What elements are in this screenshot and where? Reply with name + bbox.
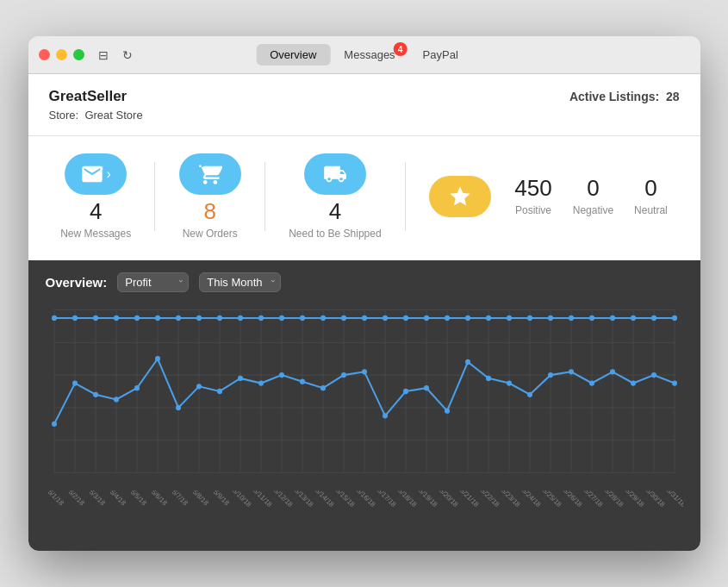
svg-point-61 xyxy=(527,392,532,397)
svg-point-47 xyxy=(238,376,243,381)
svg-point-40 xyxy=(93,392,98,397)
tab-paypal[interactable]: PayPal xyxy=(409,44,472,66)
svg-point-60 xyxy=(507,380,512,385)
svg-point-51 xyxy=(320,385,326,390)
star-icon xyxy=(448,184,472,209)
svg-text:5/26/18: 5/26/18 xyxy=(562,490,584,509)
svg-text:5/7/18: 5/7/18 xyxy=(170,490,189,508)
header-section: GreatSeller Active Listings: 28 Store: G… xyxy=(28,74,700,136)
svg-text:5/4/18: 5/4/18 xyxy=(108,490,127,508)
svg-point-68 xyxy=(672,380,677,385)
maximize-button[interactable] xyxy=(73,49,84,60)
negative-count: 0 xyxy=(587,177,599,199)
content-area: GreatSeller Active Listings: 28 Store: G… xyxy=(28,74,700,551)
metrics-section: › 4 New Messages 8 New Orders xyxy=(28,136,700,260)
svg-text:5/8/18: 5/8/18 xyxy=(190,490,209,508)
svg-point-43 xyxy=(155,356,160,361)
svg-text:5/19/18: 5/19/18 xyxy=(417,490,439,509)
svg-point-97 xyxy=(631,315,636,321)
svg-point-52 xyxy=(341,372,346,378)
svg-point-41 xyxy=(114,397,119,402)
metric-positive: 450 Positive xyxy=(514,177,551,216)
svg-point-59 xyxy=(486,376,491,381)
metric-new-orders[interactable]: 8 New Orders xyxy=(179,153,241,240)
seller-name: GreatSeller xyxy=(49,88,128,105)
svg-text:5/1/18: 5/1/18 xyxy=(46,490,65,508)
tab-messages-label: Messages xyxy=(344,48,395,61)
envelope-icon xyxy=(80,162,104,186)
svg-text:5/22/18: 5/22/18 xyxy=(479,490,501,509)
svg-point-96 xyxy=(610,315,615,321)
shipping-icon-bg xyxy=(304,153,366,195)
svg-point-92 xyxy=(527,315,532,321)
positive-count: 450 xyxy=(514,177,551,199)
metric-negative: 0 Negative xyxy=(573,177,613,216)
svg-point-67 xyxy=(651,372,656,378)
svg-point-55 xyxy=(403,389,408,394)
svg-text:5/10/18: 5/10/18 xyxy=(231,490,253,509)
svg-text:5/11/18: 5/11/18 xyxy=(252,490,274,509)
svg-point-42 xyxy=(134,385,140,390)
svg-point-80 xyxy=(279,315,284,321)
minimize-button[interactable] xyxy=(56,49,67,60)
close-button[interactable] xyxy=(39,49,50,60)
store-name: Great Store xyxy=(84,109,142,122)
tab-overview[interactable]: Overview xyxy=(256,44,330,66)
metric-to-ship[interactable]: 4 Need to Be Shipped xyxy=(289,153,381,240)
svg-text:5/14/18: 5/14/18 xyxy=(314,490,336,509)
svg-text:5/25/18: 5/25/18 xyxy=(541,490,563,509)
svg-text:5/18/18: 5/18/18 xyxy=(396,490,419,509)
svg-point-38 xyxy=(52,422,57,427)
svg-text:5/6/18: 5/6/18 xyxy=(149,490,168,508)
svg-point-45 xyxy=(196,384,202,389)
overview-header: Overview: Profit Revenue Orders This Mon… xyxy=(28,260,700,301)
metric-new-messages[interactable]: › 4 New Messages xyxy=(60,153,131,240)
svg-text:5/31/18: 5/31/18 xyxy=(665,490,683,509)
truck-icon xyxy=(323,162,347,186)
svg-point-93 xyxy=(548,315,553,321)
svg-point-54 xyxy=(383,413,388,418)
metric-star-rating xyxy=(429,176,491,217)
cart-icon xyxy=(198,162,222,186)
star-icon-bg xyxy=(429,176,491,217)
period-select[interactable]: This Month Last Month This Year xyxy=(199,272,281,292)
sidebar-toggle-button[interactable]: ⊟ xyxy=(95,47,112,64)
to-ship-count: 4 xyxy=(329,200,341,222)
svg-point-88 xyxy=(445,315,450,321)
metric-select-wrapper: Profit Revenue Orders xyxy=(117,272,189,292)
svg-text:5/2/18: 5/2/18 xyxy=(66,490,85,508)
svg-text:5/20/18: 5/20/18 xyxy=(438,490,460,509)
svg-point-74 xyxy=(155,315,160,321)
svg-point-71 xyxy=(93,315,98,321)
svg-point-62 xyxy=(548,372,553,378)
svg-point-91 xyxy=(507,315,512,321)
svg-text:5/15/18: 5/15/18 xyxy=(334,490,357,509)
svg-point-76 xyxy=(196,315,202,321)
svg-text:5/16/18: 5/16/18 xyxy=(355,490,377,509)
svg-point-66 xyxy=(631,380,636,385)
svg-point-98 xyxy=(651,315,656,321)
refresh-button[interactable]: ↻ xyxy=(119,47,136,64)
svg-point-50 xyxy=(300,379,305,384)
titlebar: ⊟ ↻ Overview Messages 4 PayPal xyxy=(28,36,700,74)
svg-point-70 xyxy=(72,315,78,321)
overview-label: Overview: xyxy=(46,275,108,290)
svg-text:5/28/18: 5/28/18 xyxy=(603,490,625,509)
svg-point-94 xyxy=(569,315,574,321)
metric-select[interactable]: Profit Revenue Orders xyxy=(117,272,189,292)
tab-messages[interactable]: Messages 4 xyxy=(330,44,408,66)
svg-point-46 xyxy=(217,389,222,394)
traffic-lights xyxy=(39,49,84,60)
svg-point-78 xyxy=(238,315,243,321)
x-axis: 5/1/185/2/185/3/185/4/185/5/185/6/185/7/… xyxy=(28,490,700,551)
svg-text:5/9/18: 5/9/18 xyxy=(211,490,230,508)
svg-point-95 xyxy=(589,315,594,321)
titlebar-controls: ⊟ ↻ xyxy=(95,47,136,64)
svg-text:5/21/18: 5/21/18 xyxy=(458,490,481,509)
header-top: GreatSeller Active Listings: 28 xyxy=(49,88,680,105)
orders-icon-bg xyxy=(179,153,241,195)
svg-text:5/30/18: 5/30/18 xyxy=(644,490,667,509)
svg-text:5/3/18: 5/3/18 xyxy=(87,490,106,508)
svg-point-48 xyxy=(258,380,264,385)
divider-2 xyxy=(264,162,265,231)
